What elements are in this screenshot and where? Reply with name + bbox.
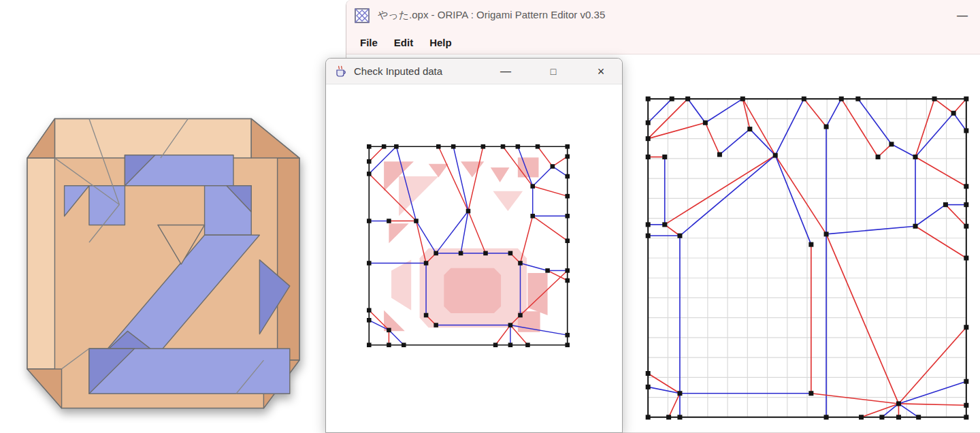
check-pattern-canvas	[364, 142, 572, 350]
crease-pattern-editor-canvas[interactable]	[642, 93, 973, 423]
window-title: やった.opx - ORIPA : Origami Pattern Editor…	[378, 9, 605, 22]
folded-model-view	[23, 114, 305, 413]
dialog-close-button[interactable]: ×	[587, 59, 615, 84]
menu-edit[interactable]: Edit	[386, 37, 421, 48]
dialog-titlebar[interactable]: Check Inputed data — □ ×	[326, 59, 622, 84]
dialog-minimize-button[interactable]: —	[492, 59, 519, 84]
menubar: File Edit Help	[346, 31, 980, 54]
desktop: やった.opx - ORIPA : Origami Pattern Editor…	[0, 0, 980, 433]
check-inputed-data-dialog: Check Inputed data — □ ×	[325, 58, 623, 433]
folded-model-rendering	[23, 114, 305, 413]
dialog-title: Check Inputed data	[354, 65, 442, 77]
menu-file[interactable]: File	[352, 37, 386, 48]
minimize-button[interactable]: —	[947, 0, 977, 31]
menu-help[interactable]: Help	[421, 37, 460, 48]
dialog-maximize-button[interactable]: □	[540, 59, 567, 84]
main-titlebar[interactable]: やった.opx - ORIPA : Origami Pattern Editor…	[346, 0, 980, 31]
oripa-app-icon	[355, 8, 370, 23]
java-coffee-icon	[334, 65, 347, 78]
